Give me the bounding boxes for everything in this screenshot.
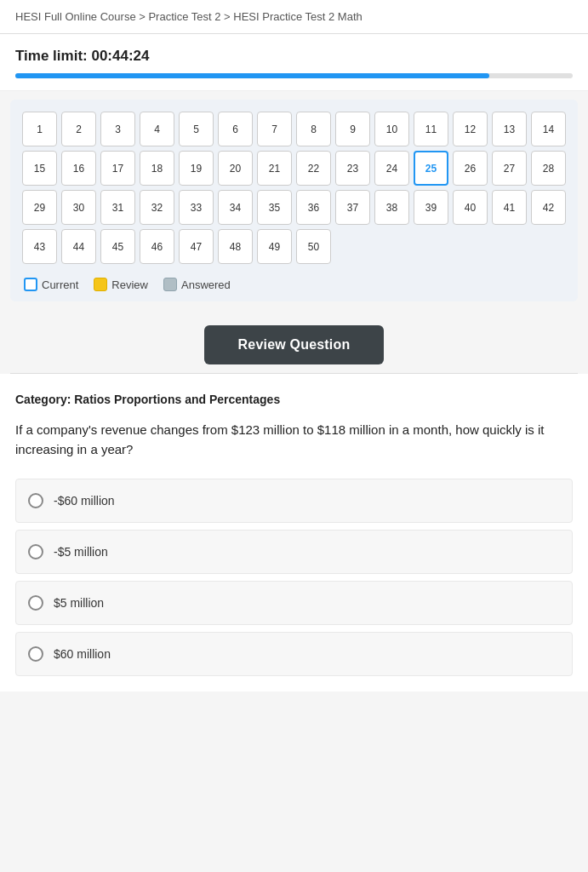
legend-review: Review (94, 278, 148, 291)
legend-current-box (24, 278, 37, 291)
question-grid-btn-3[interactable]: 3 (100, 112, 135, 146)
review-question-button[interactable]: Review Question (204, 325, 385, 364)
question-grid-btn-4[interactable]: 4 (140, 112, 174, 146)
answer-option-b[interactable]: -$5 million (15, 530, 573, 574)
question-grid-btn-20[interactable]: 20 (218, 151, 253, 186)
question-grid-section: 1234567891011121314151617181920212223242… (10, 100, 578, 301)
answer-option-c[interactable]: $5 million (15, 581, 573, 625)
radio-a (28, 493, 43, 508)
legend-review-label: Review (111, 278, 148, 291)
legend-review-box (94, 278, 107, 291)
question-grid-btn-6[interactable]: 6 (218, 112, 253, 146)
legend-answered: Answered (163, 278, 231, 291)
radio-d (28, 646, 43, 662)
question-grid-btn-43[interactable]: 43 (22, 229, 57, 264)
question-grid-btn-8[interactable]: 8 (296, 112, 331, 146)
answer-option-a[interactable]: -$60 million (15, 479, 573, 523)
category-label: Category: Ratios Proportions and Percent… (15, 393, 573, 406)
question-grid-btn-34[interactable]: 34 (218, 190, 253, 225)
question-grid-btn-5[interactable]: 5 (179, 112, 214, 146)
question-section: Category: Ratios Proportions and Percent… (0, 374, 588, 691)
question-grid-btn-44[interactable]: 44 (61, 229, 96, 264)
question-grid-btn-19[interactable]: 19 (179, 151, 214, 186)
question-grid-btn-21[interactable]: 21 (257, 151, 292, 186)
question-grid-btn-24[interactable]: 24 (374, 151, 409, 186)
review-button-wrapper: Review Question (0, 310, 588, 373)
question-grid-btn-50[interactable]: 50 (296, 229, 331, 264)
question-grid-btn-46[interactable]: 46 (140, 229, 174, 264)
question-grid-btn-39[interactable]: 39 (414, 190, 448, 225)
question-grid-btn-16[interactable]: 16 (61, 151, 96, 186)
question-grid-btn-1[interactable]: 1 (22, 112, 57, 146)
question-grid-btn-27[interactable]: 27 (492, 151, 527, 186)
question-grid-btn-2[interactable]: 2 (61, 112, 96, 146)
radio-c (28, 595, 43, 611)
question-grid-btn-17[interactable]: 17 (100, 151, 135, 186)
answer-label-a: -$60 million (54, 494, 115, 508)
question-grid-btn-37[interactable]: 37 (335, 190, 370, 225)
question-grid-btn-30[interactable]: 30 (61, 190, 96, 225)
answer-options: -$60 million-$5 million$5 million$60 mil… (15, 479, 573, 683)
question-grid-btn-47[interactable]: 47 (179, 229, 214, 264)
question-grid-btn-7[interactable]: 7 (257, 112, 292, 146)
question-grid-btn-31[interactable]: 31 (100, 190, 135, 225)
question-grid-btn-28[interactable]: 28 (531, 151, 566, 186)
question-grid-btn-13[interactable]: 13 (492, 112, 527, 146)
timer-label: Time limit: 00:44:24 (15, 48, 573, 65)
legend-answered-label: Answered (181, 278, 231, 291)
question-grid-btn-45[interactable]: 45 (100, 229, 135, 264)
question-grid-btn-29[interactable]: 29 (22, 190, 57, 225)
question-grid: 1234567891011121314151617181920212223242… (22, 112, 566, 264)
question-grid-btn-14[interactable]: 14 (531, 112, 566, 146)
question-grid-btn-32[interactable]: 32 (140, 190, 174, 225)
question-grid-btn-15[interactable]: 15 (22, 151, 57, 186)
question-grid-btn-22[interactable]: 22 (296, 151, 331, 186)
radio-b (28, 544, 43, 559)
question-grid-btn-42[interactable]: 42 (531, 190, 566, 225)
question-grid-btn-33[interactable]: 33 (179, 190, 214, 225)
answer-label-c: $5 million (54, 596, 104, 610)
question-grid-btn-9[interactable]: 9 (335, 112, 370, 146)
question-grid-btn-35[interactable]: 35 (257, 190, 292, 225)
question-grid-btn-40[interactable]: 40 (453, 190, 488, 225)
legend: Current Review Answered (22, 272, 566, 293)
question-grid-btn-23[interactable]: 23 (335, 151, 370, 186)
answer-option-d[interactable]: $60 million (15, 632, 573, 676)
progress-bar-background (15, 73, 573, 78)
question-grid-btn-38[interactable]: 38 (374, 190, 409, 225)
legend-answered-box (163, 278, 177, 291)
timer-section: Time limit: 00:44:24 (0, 34, 588, 91)
question-grid-btn-48[interactable]: 48 (218, 229, 253, 264)
question-grid-btn-41[interactable]: 41 (492, 190, 527, 225)
question-text: If a company's revenue changes from $123… (15, 420, 573, 460)
legend-current: Current (24, 278, 78, 291)
legend-current-label: Current (42, 278, 78, 291)
question-grid-btn-12[interactable]: 12 (453, 112, 488, 146)
question-grid-btn-26[interactable]: 26 (453, 151, 488, 186)
question-grid-btn-10[interactable]: 10 (374, 112, 409, 146)
progress-bar-fill (15, 73, 489, 78)
answer-label-d: $60 million (54, 647, 111, 661)
question-grid-btn-36[interactable]: 36 (296, 190, 331, 225)
answer-label-b: -$5 million (54, 545, 108, 559)
question-grid-btn-18[interactable]: 18 (140, 151, 174, 186)
question-grid-btn-49[interactable]: 49 (257, 229, 292, 264)
question-grid-btn-25[interactable]: 25 (414, 151, 448, 186)
breadcrumb: HESI Full Online Course > Practice Test … (0, 0, 588, 34)
question-grid-btn-11[interactable]: 11 (414, 112, 448, 146)
